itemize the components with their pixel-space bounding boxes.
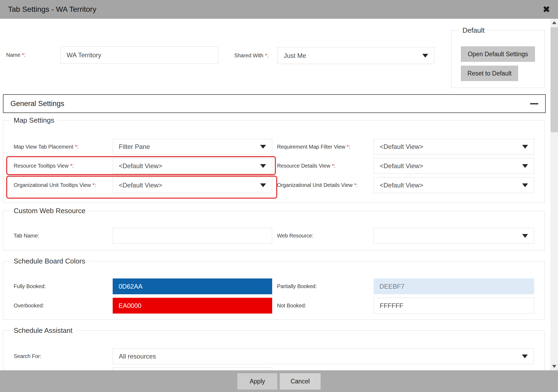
required-marker: * bbox=[70, 163, 72, 169]
schedule-board-colors-legend: Schedule Board Colors bbox=[10, 257, 88, 265]
map-view-tab-placement-dropdown[interactable]: Filter Pane bbox=[113, 139, 272, 154]
required-marker: * bbox=[354, 182, 356, 188]
tab-name-label: Tab Name: bbox=[14, 228, 39, 244]
required-marker: * bbox=[332, 163, 334, 169]
chevron-down-icon bbox=[422, 54, 428, 58]
schedule-assistant-legend: Schedule Assistant bbox=[10, 326, 76, 335]
search-for-dropdown[interactable]: All resources bbox=[113, 348, 534, 364]
web-resource-dropdown[interactable] bbox=[374, 228, 534, 244]
resource-tooltips-view-label: Resource Tooltips View*: bbox=[14, 158, 74, 174]
cancel-button[interactable]: Cancel bbox=[280, 373, 321, 390]
name-label: Name*: bbox=[6, 46, 25, 64]
fully-booked-color-field[interactable]: 0D62AA bbox=[113, 278, 272, 294]
not-booked-color-field[interactable]: FFFFFF bbox=[374, 298, 534, 314]
tab-settings-dialog: { "ui": { "required_marker": "*", "colon… bbox=[0, 0, 558, 392]
map-settings-legend: Map Settings bbox=[10, 116, 58, 125]
apply-button[interactable]: Apply bbox=[237, 373, 277, 390]
default-group-legend: Default bbox=[459, 26, 488, 35]
shared-with-dropdown[interactable]: Just Me bbox=[278, 47, 434, 64]
chevron-down-icon bbox=[522, 145, 528, 149]
close-icon[interactable]: ✖ bbox=[543, 5, 550, 14]
scrollbar-thumb[interactable] bbox=[551, 27, 558, 132]
tab-name-input[interactable] bbox=[113, 228, 272, 244]
required-marker: * bbox=[75, 144, 77, 150]
footer-bar bbox=[0, 370, 558, 392]
name-input[interactable]: WA Territory bbox=[60, 46, 218, 64]
resource-details-view-label: Resource Details View*: bbox=[277, 158, 335, 174]
general-settings-header[interactable]: General Settings bbox=[3, 94, 546, 113]
reset-to-default-button[interactable]: Reset to Default bbox=[461, 66, 518, 81]
search-for-label: Search For: bbox=[14, 348, 41, 364]
organizational-unit-details-view-label: Organizational Unit Details View*: bbox=[277, 177, 358, 193]
name-input-value: WA Territory bbox=[67, 51, 101, 59]
overbooked-color-field[interactable]: EA0000 bbox=[113, 298, 272, 314]
map-view-tab-placement-label: Map View Tab Placement*: bbox=[14, 139, 78, 154]
vertical-scrollbar[interactable] bbox=[551, 19, 558, 370]
shared-with-label: Shared With*: bbox=[234, 47, 268, 64]
dialog-title: Tab Settings - WA Territory bbox=[8, 5, 96, 14]
partially-booked-color-field[interactable]: DEEBF7 bbox=[374, 278, 534, 294]
chevron-down-icon bbox=[522, 234, 528, 238]
chevron-down-icon bbox=[522, 183, 528, 187]
required-marker: * bbox=[92, 182, 94, 188]
requirement-map-filter-view-label: Requirement Map Filter View*: bbox=[277, 139, 350, 154]
open-default-settings-button[interactable]: Open Default Settings bbox=[461, 46, 535, 62]
not-booked-label: Not Booked: bbox=[277, 298, 306, 314]
fully-booked-label: Fully Booked: bbox=[14, 278, 46, 294]
partially-booked-label: Partially Booked: bbox=[277, 278, 317, 294]
collapse-icon[interactable] bbox=[530, 103, 538, 104]
requirement-map-filter-view-dropdown[interactable]: <Default View> bbox=[374, 139, 534, 154]
required-marker: * bbox=[22, 52, 24, 58]
organizational-unit-tooltips-view-dropdown[interactable]: <Default View> bbox=[113, 177, 272, 193]
web-resource-label: Web Resource: bbox=[277, 228, 313, 244]
organizational-unit-tooltips-view-label: Organizational Unit Tooltips View*: bbox=[14, 177, 96, 193]
chevron-down-icon bbox=[522, 355, 528, 358]
chevron-down-icon bbox=[260, 164, 266, 168]
scroll-down-icon[interactable] bbox=[552, 365, 556, 368]
chevron-down-icon bbox=[260, 183, 266, 187]
chevron-down-icon bbox=[522, 164, 528, 168]
chevron-down-icon bbox=[260, 145, 266, 149]
overbooked-label: Overbooked: bbox=[14, 298, 44, 314]
resource-details-view-dropdown[interactable]: <Default View> bbox=[374, 158, 534, 174]
titlebar: Tab Settings - WA Territory ✖ bbox=[0, 0, 558, 19]
custom-web-resource-legend: Custom Web Resource bbox=[10, 206, 89, 215]
resource-tooltips-view-dropdown[interactable]: <Default View> bbox=[113, 158, 272, 174]
scroll-up-icon[interactable] bbox=[552, 21, 556, 24]
required-marker: * bbox=[347, 144, 349, 150]
general-settings-title: General Settings bbox=[10, 100, 64, 108]
required-marker: * bbox=[265, 52, 267, 59]
shared-with-value: Just Me bbox=[284, 52, 306, 59]
organizational-unit-details-view-dropdown[interactable]: <Default View> bbox=[374, 177, 534, 193]
